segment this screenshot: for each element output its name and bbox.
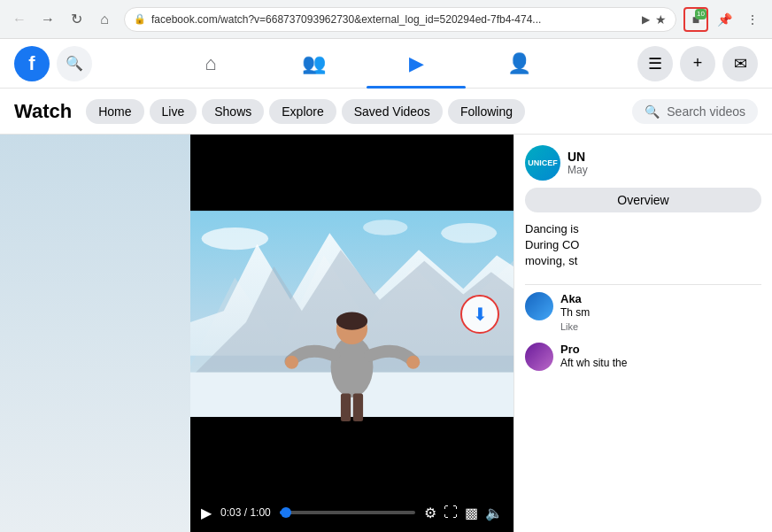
video-area: ⬇ ▶ 0:03 / 1:00 ⚙ ⛶ [190,135,513,532]
svg-point-14 [363,220,407,235]
watch-navbar: Watch Home Live Shows Explore Saved Vide… [0,89,772,135]
forward-button[interactable]: → [35,7,60,32]
channel-meta: UN May [567,150,588,176]
facebook-logo[interactable]: f [14,46,50,81]
volume-icon: 🔈 [485,505,503,521]
messenger-button[interactable]: ✉ [722,46,758,81]
video-controls: ▶ 0:03 / 1:00 ⚙ ⛶ ▩ [190,493,513,532]
channel-date: May [567,164,588,176]
settings-icon: ⚙ [424,505,436,521]
watch-nav-items: Home Live Shows Explore Saved Videos Fol… [86,99,525,124]
svg-rect-11 [353,393,363,420]
watch-icon: ▶ [409,52,424,75]
svg-point-7 [336,312,367,330]
channel-avatar: UNICEF [525,145,560,181]
divider [525,284,761,285]
watch-nav-home[interactable]: Home [86,99,143,124]
extension-badge: 10 [695,9,706,19]
plus-icon: + [693,54,703,73]
svg-point-9 [406,356,420,369]
back-button[interactable]: ← [7,7,32,32]
pip-icon: ▩ [465,505,478,521]
video-time: 0:03 / 1:00 [220,506,271,519]
extension-pin-button[interactable]: 📌 [712,7,737,32]
comment-item-2: Pro Aft wh situ the [525,343,761,371]
nav-icons: ← → ↻ ⌂ [7,7,117,32]
svg-point-12 [202,227,269,250]
comment-content-2: Pro Aft wh situ the [560,343,761,371]
browser-chrome: ← → ↻ ⌂ 🔒 facebook.com/watch?v=668737093… [0,0,772,39]
comment-item: Aka Th sm Like [525,292,761,333]
download-button[interactable]: ⬇ [460,295,499,334]
nav-home-button[interactable]: ⌂ [161,42,260,85]
fullscreen-icon: ⛶ [444,505,458,520]
overview-button[interactable]: Overview [525,188,761,212]
star-icon[interactable]: ★ [655,12,667,27]
comment-text-1: Th sm [560,305,761,320]
browser-actions: ■ 10 📌 ⋮ [683,7,765,32]
search-icon: 🔍 [66,55,83,72]
menu-dots-button[interactable]: ⋮ [740,7,765,32]
comment-avatar-2 [525,343,553,371]
commenter-name-1: Aka [560,292,761,305]
watch-search-button[interactable]: 🔍 Search videos [632,99,758,124]
main-content: ⬇ ▶ 0:03 / 1:00 ⚙ ⛶ [0,135,772,532]
download-icon: ⬇ [473,304,488,325]
progress-bar[interactable] [280,511,415,514]
channel-info: UNICEF UN May [525,145,761,181]
refresh-button[interactable]: ↻ [64,7,89,32]
play-pause-button[interactable]: ▶ [201,505,212,521]
volume-button[interactable]: 🔈 [485,505,503,521]
nav-groups-button[interactable]: 👤 [469,42,568,85]
comment-avatar-1 [525,292,553,320]
home-icon: ⌂ [205,52,216,75]
watch-title: Watch [14,100,72,123]
navigate-icon: ▶ [642,13,650,26]
comment-content-1: Aka Th sm Like [560,292,761,333]
hamburger-icon: ☰ [648,54,662,73]
progress-thumb [281,507,291,518]
svg-point-13 [441,223,497,243]
right-sidebar: UNICEF UN May Overview Dancing is During… [513,135,772,532]
fb-nav-center: ⌂ 👥 ▶ 👤 [99,42,630,85]
watch-nav-explore[interactable]: Explore [269,99,336,124]
pip-button[interactable]: ▩ [465,505,478,521]
left-sidebar-area [0,135,190,532]
comment-like-1[interactable]: Like [560,321,761,332]
watch-nav-shows[interactable]: Shows [202,99,264,124]
video-description: Dancing is During CO moving, st [525,221,761,270]
messenger-icon: ✉ [734,54,747,73]
home-button[interactable]: ⌂ [92,7,117,32]
add-button[interactable]: + [680,46,715,81]
video-container[interactable]: ⬇ [190,135,513,493]
svg-point-8 [285,356,298,369]
svg-point-5 [331,336,374,397]
friends-icon: 👥 [302,52,326,75]
watch-nav-saved[interactable]: Saved Videos [342,99,443,124]
search-text: Search videos [667,104,745,119]
watch-nav-live[interactable]: Live [150,99,197,124]
watch-nav-following[interactable]: Following [448,99,525,124]
comment-text-2: Aft wh situ the [560,356,761,371]
fullscreen-button[interactable]: ⛶ [444,505,458,520]
groups-icon: 👤 [507,52,531,75]
hamburger-menu-button[interactable]: ☰ [637,46,673,81]
extension-button[interactable]: ■ 10 [683,7,708,32]
play-icon: ▶ [201,505,212,521]
svg-rect-10 [341,393,351,420]
fb-nav-right: ☰ + ✉ [637,46,758,81]
lock-icon: 🔒 [134,13,146,25]
facebook-topnav: f 🔍 ⌂ 👥 ▶ 👤 ☰ + ✉ [0,39,772,89]
search-icon: 🔍 [645,104,660,119]
url-text: facebook.com/watch?v=668737093962730&ext… [151,13,637,26]
nav-watch-button[interactable]: ▶ [367,42,466,85]
nav-friends-button[interactable]: 👥 [264,42,363,85]
commenter-name-2: Pro [560,343,761,356]
facebook-search[interactable]: 🔍 [57,46,92,81]
video-ctrl-right: ⚙ ⛶ ▩ 🔈 [424,505,503,521]
address-bar[interactable]: 🔒 facebook.com/watch?v=668737093962730&e… [124,7,676,32]
channel-name: UN [567,150,588,164]
settings-button[interactable]: ⚙ [424,505,436,521]
